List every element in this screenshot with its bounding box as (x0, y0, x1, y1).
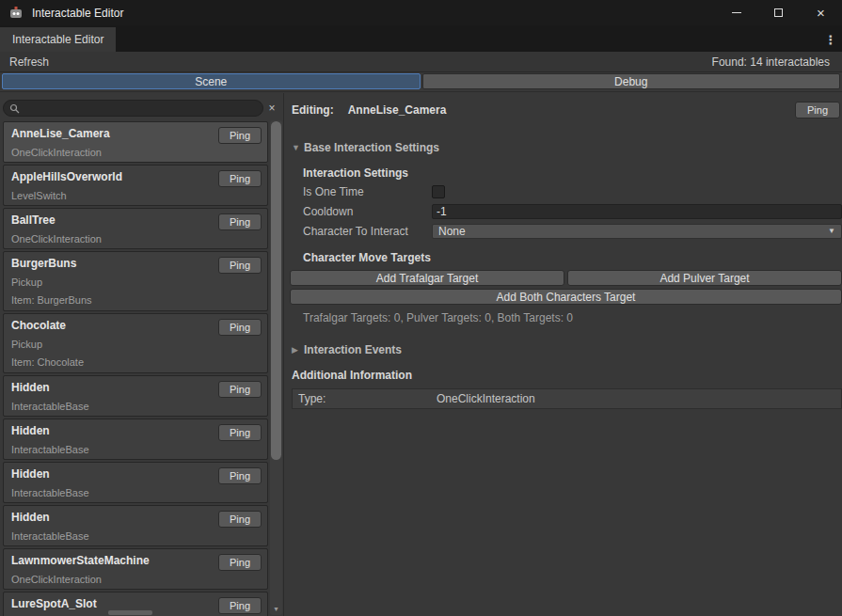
ping-button[interactable]: Ping (218, 127, 262, 144)
toolbar: Refresh Found: 14 interactables (0, 52, 842, 72)
foldout-label: Base Interaction Settings (304, 141, 439, 154)
window-title: Interactable Editor (32, 7, 123, 20)
item-type: InteractableBase (11, 487, 260, 498)
ping-button[interactable]: Ping (218, 381, 262, 398)
editing-label: Editing: (292, 103, 334, 117)
list-item[interactable]: Hidden InteractableBase Ping (3, 505, 268, 546)
editing-target-name: AnneLise_Camera (348, 103, 447, 117)
minimize-icon (732, 12, 741, 13)
titlebar: Interactable Editor × (0, 0, 842, 25)
list-item[interactable]: BallTree OneClickInteraction Ping (3, 208, 268, 249)
target-buttons-row: Add Trafalgar Target Add Pulver Target (290, 270, 842, 286)
item-type: LevelSwitch (11, 190, 260, 201)
maximize-icon (774, 8, 783, 17)
item-type: OneClickInteraction (11, 233, 260, 245)
list-item[interactable]: Hidden InteractableBase Ping (3, 375, 268, 417)
add-trafalgar-target-button[interactable]: Add Trafalgar Target (290, 270, 564, 286)
search-field[interactable] (3, 100, 263, 117)
type-label: Type: (298, 392, 437, 405)
vertical-scrollbar[interactable]: ▼ (270, 120, 282, 615)
list-item[interactable]: Hidden InteractableBase Ping (3, 419, 268, 460)
chevron-down-icon: ▼ (828, 227, 835, 235)
maximize-button[interactable] (757, 0, 800, 25)
cooldown-value: -1 (437, 205, 447, 218)
type-row: Type: OneClickInteraction (292, 388, 842, 409)
minimize-button[interactable] (715, 0, 757, 25)
item-type: OneClickInteraction (11, 147, 260, 158)
interaction-settings-header: Interaction Settings (303, 166, 842, 180)
add-pulver-target-button[interactable]: Add Pulver Target (567, 270, 842, 286)
ping-button[interactable]: Ping (218, 257, 262, 274)
foldout-interaction-events[interactable]: ▶ Interaction Events (292, 342, 842, 356)
doc-tabstrip: Interactable Editor ⋮ (0, 25, 842, 52)
app-window: Interactable Editor × Interactable Edito… (0, 0, 842, 616)
item-type: Pickup (11, 276, 260, 288)
search-row: × (3, 100, 278, 117)
foldout-closed-icon: ▶ (292, 345, 304, 355)
view-tabs: Scene Debug (0, 72, 842, 92)
list-item[interactable]: BurgerBuns Pickup Item: BurgerBuns Ping (3, 251, 268, 311)
horizontal-scrollbar-thumb[interactable] (108, 610, 152, 615)
item-extra: Item: BurgerBuns (11, 294, 260, 306)
list-item[interactable]: AppleHillsOverworld LevelSwitch Ping (3, 165, 268, 206)
tab-interactable-editor[interactable]: Interactable Editor (0, 27, 116, 52)
ping-button[interactable]: Ping (795, 102, 840, 118)
editing-row: Editing: AnneLise_Camera Ping (292, 102, 842, 118)
additional-information-header: Additional Information (292, 369, 842, 382)
ping-button[interactable]: Ping (218, 597, 262, 614)
interactable-list: AnneLise_Camera OneClickInteraction Ping… (3, 121, 268, 616)
item-extra: Item: Chocolate (11, 356, 260, 368)
cooldown-label: Cooldown (303, 205, 432, 218)
item-type: OneClickInteraction (11, 574, 260, 585)
ping-button[interactable]: Ping (218, 554, 262, 571)
list-item[interactable]: AnneLise_Camera OneClickInteraction Ping (3, 121, 268, 163)
add-both-characters-target-button[interactable]: Add Both Characters Target (290, 289, 842, 305)
tab-debug[interactable]: Debug (422, 73, 841, 89)
scroll-down-icon[interactable]: ▼ (270, 603, 282, 614)
foldout-open-icon: ▼ (292, 143, 304, 152)
ping-button[interactable]: Ping (218, 511, 262, 528)
ping-button[interactable]: Ping (218, 424, 262, 441)
scrollbar-thumb[interactable] (271, 121, 281, 460)
character-to-interact-row: Character To Interact None ▼ (303, 223, 842, 239)
foldout-base-interaction-settings[interactable]: ▼ Base Interaction Settings (292, 140, 842, 154)
is-one-time-row: Is One Time (303, 183, 842, 199)
character-to-interact-label: Character To Interact (303, 225, 432, 238)
clear-search-button[interactable]: × (265, 100, 278, 117)
sidebar: × AnneLise_Camera OneClickInteraction Pi… (0, 93, 284, 616)
foldout-label: Interaction Events (304, 343, 402, 356)
cooldown-field[interactable]: -1 (432, 204, 842, 219)
app-icon (8, 6, 24, 21)
is-one-time-checkbox[interactable] (432, 185, 445, 198)
refresh-button[interactable]: Refresh (0, 54, 58, 71)
close-button[interactable]: × (800, 0, 842, 25)
ping-button[interactable]: Ping (218, 467, 262, 484)
content: × AnneLise_Camera OneClickInteraction Pi… (0, 93, 842, 616)
type-value: OneClickInteraction (437, 392, 535, 405)
item-type: InteractableBase (11, 530, 260, 542)
item-type: Pickup (11, 339, 260, 350)
item-type: InteractableBase (11, 401, 260, 412)
item-type: InteractableBase (11, 444, 260, 455)
character-move-targets-header: Character Move Targets (303, 251, 842, 264)
character-to-interact-dropdown[interactable]: None ▼ (432, 224, 842, 239)
is-one-time-label: Is One Time (303, 185, 432, 198)
ping-button[interactable]: Ping (218, 213, 262, 230)
close-icon: × (817, 6, 825, 20)
targets-summary: Trafalgar Targets: 0, Pulver Targets: 0,… (303, 311, 842, 324)
ping-button[interactable]: Ping (218, 170, 262, 187)
tab-scene[interactable]: Scene (2, 73, 421, 89)
search-input[interactable] (24, 103, 257, 114)
cooldown-row: Cooldown -1 (303, 203, 842, 219)
kebab-menu-icon[interactable]: ⋮ (823, 31, 838, 48)
list-item[interactable]: LawnmowerStateMachine OneClickInteractio… (3, 548, 268, 590)
ping-button[interactable]: Ping (218, 319, 262, 336)
list-item[interactable]: Hidden InteractableBase Ping (3, 462, 268, 503)
inspector-panel: Editing: AnneLise_Camera Ping ▼ Base Int… (284, 93, 842, 616)
found-count-label: Found: 14 interactables (712, 55, 830, 69)
dropdown-selected-value: None (438, 225, 466, 238)
search-icon (9, 103, 20, 114)
list-item[interactable]: Chocolate Pickup Item: Chocolate Ping (3, 313, 268, 373)
window-controls: × (715, 0, 842, 25)
both-target-row: Add Both Characters Target (290, 289, 842, 305)
